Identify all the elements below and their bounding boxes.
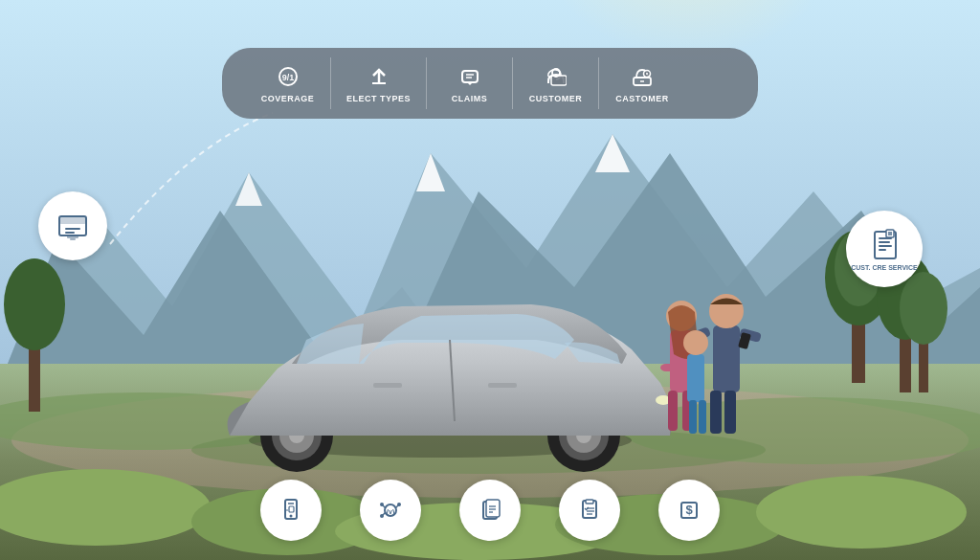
bottom-icon-payment[interactable]: $ <box>658 480 720 541</box>
svg-point-85 <box>290 515 293 518</box>
svg-rect-55 <box>699 400 706 434</box>
svg-rect-98 <box>486 500 500 517</box>
svg-rect-54 <box>689 400 697 434</box>
svg-point-27 <box>4 258 65 350</box>
svg-rect-50 <box>668 391 678 431</box>
svg-point-95 <box>397 503 401 506</box>
nav-item-castomer[interactable]: CASTOMER <box>599 57 685 109</box>
bottom-icons-row: (v) $ <box>0 480 980 541</box>
svg-rect-41 <box>713 325 740 392</box>
svg-text:(v): (v) <box>387 508 395 516</box>
coverage-label: COVERAGE <box>261 94 315 103</box>
svg-rect-72 <box>65 228 80 230</box>
svg-rect-87 <box>289 506 294 512</box>
customer-icon <box>543 63 569 90</box>
bottom-icon-connect[interactable]: (v) <box>360 480 421 541</box>
svg-rect-46 <box>724 391 736 434</box>
left-circle-icon[interactable] <box>38 191 107 260</box>
nav-item-claims[interactable]: CLAIMS <box>427 57 513 109</box>
elect-types-label: ELECT TYPES <box>346 94 411 103</box>
svg-rect-73 <box>65 232 75 234</box>
claims-icon <box>457 63 483 90</box>
svg-rect-80 <box>879 249 886 251</box>
svg-point-96 <box>380 514 384 518</box>
svg-rect-40 <box>488 383 517 388</box>
castomer-label: CASTOMER <box>615 94 668 103</box>
elect-types-icon <box>366 63 392 90</box>
right-circle-label: CUST. CRE SERVICE <box>851 264 918 271</box>
top-nav: 9/1 COVERAGE ELECT TYPES CLAIMS <box>222 48 758 119</box>
nav-item-customer[interactable]: CUSTOMER <box>513 57 599 109</box>
nav-item-coverage[interactable]: 9/1 COVERAGE <box>245 57 331 109</box>
svg-rect-60 <box>462 71 478 82</box>
customer-label: CUSTOMER <box>529 94 582 103</box>
svg-rect-45 <box>710 391 722 434</box>
svg-rect-71 <box>59 216 86 224</box>
svg-rect-79 <box>879 245 892 247</box>
svg-rect-39 <box>373 383 402 388</box>
claims-label: CLAIMS <box>452 94 488 103</box>
svg-rect-52 <box>687 354 704 402</box>
svg-rect-64 <box>551 76 567 85</box>
bottom-icon-mobile[interactable] <box>260 480 322 541</box>
svg-point-68 <box>646 73 648 75</box>
svg-text:9/1: 9/1 <box>281 73 294 82</box>
svg-point-53 <box>683 330 708 355</box>
svg-rect-81 <box>886 230 894 237</box>
svg-rect-74 <box>67 235 78 238</box>
bottom-icon-documents[interactable] <box>459 480 521 541</box>
castomer-icon <box>629 63 656 90</box>
coverage-icon: 9/1 <box>275 63 301 90</box>
svg-rect-103 <box>586 500 593 504</box>
nav-item-elect-types[interactable]: ELECT TYPES <box>331 57 427 109</box>
svg-rect-75 <box>70 238 76 240</box>
svg-rect-78 <box>879 241 890 243</box>
right-circle-icon[interactable]: CUST. CRE SERVICE <box>846 211 923 287</box>
svg-marker-61 <box>467 82 473 85</box>
svg-text:$: $ <box>685 503 693 517</box>
bottom-icon-checklist[interactable] <box>559 480 620 541</box>
svg-point-94 <box>380 503 384 506</box>
svg-point-25 <box>900 272 947 345</box>
